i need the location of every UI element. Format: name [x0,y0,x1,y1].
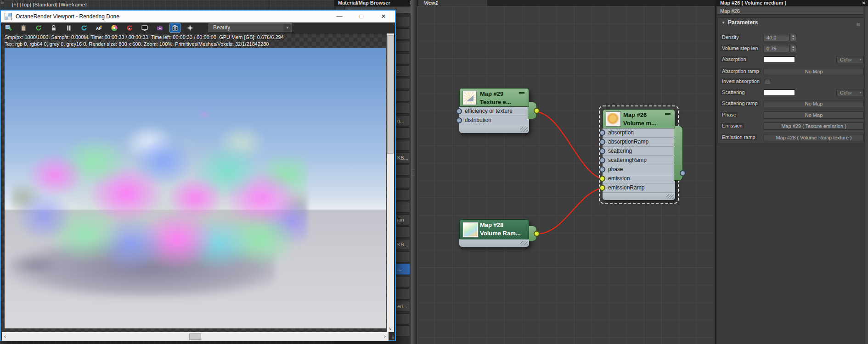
node-map28[interactable]: Map #28Volume Ram... [459,219,529,247]
emission-ramp-map-button[interactable]: Map #28 ( Volume Ramp texture ) [764,134,864,141]
slate-node-editor: View1 Map #29Texture e... efficiency or … [417,0,715,344]
node-header[interactable]: Map #29Texture e... [459,88,529,107]
node-header[interactable]: Map #28Volume Ram... [459,219,529,239]
panel-scrollbar[interactable] [865,7,868,344]
chevron-down-icon: ▼ [721,18,725,28]
app-icon [5,13,12,20]
node-map26-output-socket[interactable] [680,170,686,176]
node-map29-output-socket[interactable] [534,108,540,114]
node-resize-strip[interactable] [459,239,529,247]
tab-view1[interactable]: View1 [418,0,487,6]
node-map26[interactable]: Map #26Volume m... absorption absorption… [603,109,675,200]
wire-emission[interactable] [536,111,602,179]
pause-icon[interactable] [63,23,74,33]
collapse-icon[interactable] [665,113,671,115]
fit-screen-icon[interactable] [139,23,150,33]
autofocus-icon[interactable]: AF [94,23,105,33]
input-row[interactable]: absorptionRamp [603,138,675,147]
splitter-grip-icon [412,171,416,174]
input-row[interactable]: distribution [459,116,529,125]
scroll-right-icon[interactable]: › [384,333,386,339]
input-socket[interactable] [599,148,605,154]
vertical-scrollbar[interactable]: ∨ [387,33,394,332]
chevron-down-icon: ▼ [859,56,862,63]
density-spinner[interactable]: ▲▼ [790,34,796,41]
input-socket[interactable] [599,157,605,163]
window-titlebar[interactable]: OctaneRender Viewport - Rendering Done —… [1,11,395,22]
save-render-icon[interactable] [3,23,14,33]
input-socket[interactable] [456,108,462,114]
maximize-button[interactable]: □ [354,11,369,22]
input-row[interactable]: absorption [603,128,675,138]
parameters-panel-title[interactable]: Map #26 ( Volume medium ) ✕ [716,0,868,6]
input-socket-emission[interactable] [599,176,605,182]
rendered-image[interactable] [5,48,386,328]
clipboard-copy-icon[interactable] [18,23,29,33]
absorption-ramp-button[interactable]: No Map [764,68,864,75]
param-label: Volume step len [721,45,759,51]
viewport-label[interactable]: [+] [Top] [Standard] [Wireframe] [12,2,87,7]
node-map28-output-socket[interactable] [534,231,540,237]
refresh-icon[interactable] [79,23,90,33]
node-header[interactable]: Map #26Volume m... [603,109,675,128]
node-resize-strip[interactable] [603,193,675,200]
scattering-color-swatch[interactable] [764,89,795,96]
minimize-button[interactable]: — [332,11,347,22]
input-row[interactable]: scattering [603,147,675,156]
node-canvas[interactable]: Map #29Texture e... efficiency or textur… [417,6,715,344]
restart-region-icon[interactable] [124,23,135,33]
wire-emission-ramp[interactable] [535,188,602,234]
spark-material-icon[interactable] [185,23,196,33]
restart-render-icon[interactable] [33,23,44,33]
render-pass-selector[interactable]: Beauty ▼ [209,23,292,32]
horizontal-scrollbar[interactable]: ‹ › [2,332,389,341]
invert-absorption-checkbox[interactable] [765,79,770,84]
param-label: Invert absorption [721,78,761,84]
scattering-mode-select[interactable]: Color▼ [836,89,864,96]
resize-grip-icon[interactable]: ⠿ [391,335,395,340]
texture-emission-thumbnail [462,91,477,105]
input-socket-emission-ramp[interactable] [599,185,605,191]
browser-title[interactable]: Material/Map Browser ✕ [334,0,417,6]
phase-button[interactable]: No Map [764,111,864,119]
absorption-mode-select[interactable]: Color▼ [836,56,864,63]
max-viewport-background[interactable]: ⠿ [+] [Top] [Standard] [Wireframe] [0,0,334,10]
emission-map-button[interactable]: Map #29 ( Texture emission ) [764,122,864,130]
map-name-field[interactable]: Map #26 [717,7,863,15]
node-resize-strip[interactable] [459,125,529,133]
parameters-panel: Map #26 ( Volume medium ) ✕ Map #26 ▼Par… [716,0,868,344]
render-passes-icon[interactable] [154,23,165,33]
dock-grip-icon[interactable]: ⠿ [1,1,4,5]
collapse-icon[interactable] [519,92,524,94]
node-map29[interactable]: Map #29Texture e... efficiency or textur… [459,88,529,133]
param-label: Phase [721,112,738,117]
scroll-down-icon[interactable]: ∨ [387,326,394,331]
input-row[interactable]: scatteringRamp [603,156,675,165]
input-row[interactable]: emissionRamp [603,183,675,193]
scroll-left-icon[interactable]: ‹ [4,333,6,339]
param-row-absorption-ramp: Absorption ramp No Map [718,67,864,76]
lock-icon[interactable] [48,23,59,33]
close-button[interactable]: ✕ [376,11,391,22]
rollout-header[interactable]: ▼Parameters ⠿ [718,18,864,27]
scattering-ramp-button[interactable]: No Map [764,100,864,107]
input-row[interactable]: emission [603,174,675,183]
camera-view-icon[interactable] [169,23,180,33]
volume-step-spinner[interactable]: ▲▼ [790,45,796,52]
input-row[interactable]: efficiency or texture [459,107,529,116]
param-label: Density [721,34,740,40]
input-socket[interactable] [599,166,605,172]
horizontal-scrollbar-thumb[interactable] [189,333,201,340]
panel-splitter[interactable] [411,0,417,344]
vertical-scrollbar-thumb[interactable] [387,35,394,154]
input-row[interactable]: phase [603,165,675,174]
density-field[interactable]: 40,0 [764,34,789,41]
input-socket[interactable] [456,117,462,123]
volume-step-field[interactable]: 0,75 [764,45,789,52]
panel-close-icon[interactable]: ✕ [862,0,866,6]
input-socket[interactable] [599,130,605,136]
absorption-color-swatch[interactable] [764,56,795,63]
input-socket[interactable] [599,139,605,145]
white-balance-icon[interactable] [109,23,120,33]
param-row-absorption: Absorption Color▼ [718,55,864,64]
